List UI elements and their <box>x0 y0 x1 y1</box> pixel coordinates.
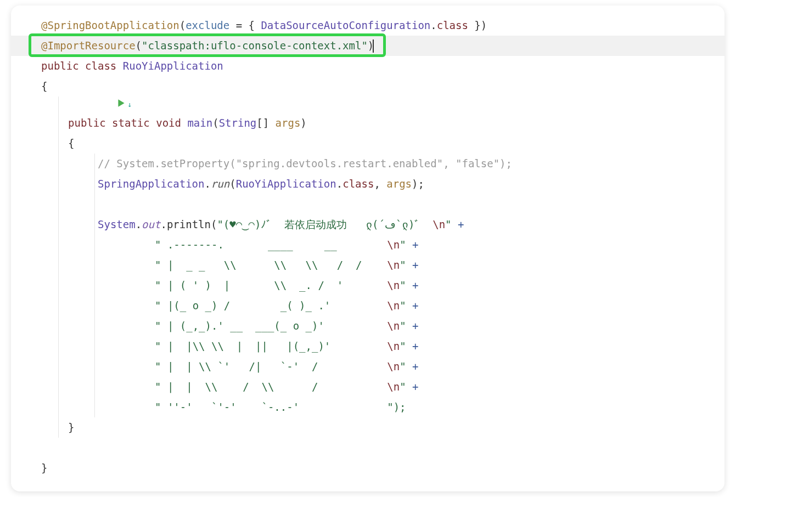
string-literal: " | (_,_).' __ ___(_ o _)' <box>155 316 387 336</box>
annotation: @ImportResource <box>41 36 136 56</box>
arg: args <box>386 174 412 194</box>
op-plus: + <box>406 255 419 275</box>
string-literal: " .-------. ____ __ <box>155 235 387 255</box>
punct: . <box>336 174 343 194</box>
brace: } <box>41 458 47 478</box>
punct: . <box>136 214 142 235</box>
brace: { <box>68 133 74 154</box>
code-line[interactable]: } <box>11 458 725 478</box>
code-line[interactable]: // System.setProperty("spring.devtools.r… <box>11 154 725 174</box>
escape-seq: \n <box>387 356 400 377</box>
punct: . <box>430 15 436 36</box>
punct: ( <box>211 214 217 235</box>
string-literal: " <box>400 356 406 377</box>
string-literal: " | | \\ `' /| `-' / <box>155 356 387 377</box>
escape-seq: \n <box>387 235 400 255</box>
code-line[interactable]: @SpringBootApplication(exclude = { DataS… <box>11 15 725 36</box>
string-literal: " <box>400 377 406 397</box>
code-line[interactable]: public class RuoYiApplication <box>11 56 725 76</box>
brace: } <box>68 417 74 438</box>
punct: }) <box>468 15 487 36</box>
method-call: println <box>167 214 211 235</box>
string-literal: " | ( ' ) | \\ _. / ' <box>155 275 387 296</box>
punct: . <box>160 214 166 235</box>
op-plus: + <box>452 214 464 235</box>
string-literal: " |(_ o _) / _( )_ .' <box>155 296 387 316</box>
code-line[interactable]: " | | \\ / \\ / \n" + <box>11 377 725 397</box>
code-line-gutter[interactable]: ↓ <box>11 97 725 113</box>
code-line[interactable]: SpringApplication.run(RuoYiApplication.c… <box>11 174 725 194</box>
punct: , <box>374 174 386 194</box>
punct: ) <box>300 113 306 133</box>
class-ref: DataSourceAutoConfiguration <box>261 15 430 36</box>
string-literal: " | | \\ / \\ / <box>155 377 387 397</box>
string-literal: " | _ _ \\ \\ \\ / / <box>155 255 387 275</box>
comment: // System.setProperty("spring.devtools.r… <box>98 154 512 174</box>
keyword: public <box>68 113 106 133</box>
text-cursor <box>373 39 374 53</box>
code-line[interactable]: " |(_ o _) / _( )_ .' \n" + <box>11 296 725 316</box>
escape-seq: \n <box>433 214 445 235</box>
escape-seq: \n <box>387 316 400 336</box>
download-icon[interactable]: ↓ <box>128 98 132 111</box>
punct: ( <box>229 174 235 194</box>
param-name: exclude <box>186 15 229 36</box>
op-plus: + <box>406 377 419 397</box>
svg-marker-0 <box>118 100 124 107</box>
string-literal: " <box>400 336 406 356</box>
string-literal: " <box>400 275 406 296</box>
code-editor[interactable]: @SpringBootApplication(exclude = { DataS… <box>11 5 725 491</box>
string-literal: "(♥◠‿◠)ﾉﾞ 若依启动成功 ლ(´ڡ`ლ)ﾞ <box>217 214 433 235</box>
string-literal: " <box>400 316 406 336</box>
keyword-class: class <box>437 15 468 36</box>
ascii-art-block: " .-------. ____ __ \n" +" | _ _ \\ \\ \… <box>11 235 725 417</box>
escape-seq: \n <box>387 275 400 296</box>
keyword: class <box>85 56 116 76</box>
keyword: class <box>343 174 374 194</box>
code-line[interactable]: " | ( ' ) | \\ _. / ' \n" + <box>11 275 725 296</box>
escape-seq: \n <box>387 296 400 316</box>
string-literal: "classpath:uflo-console-context.xml" <box>142 36 368 56</box>
string-literal: " <box>400 255 406 275</box>
string-literal: " ''-' `'-' `-..-' "); <box>155 397 406 417</box>
code-line-blank[interactable] <box>11 194 725 214</box>
op-plus: + <box>406 296 419 316</box>
type: String <box>219 113 257 133</box>
code-line-highlighted[interactable]: @ImportResource("classpath:uflo-console-… <box>11 36 725 56</box>
brace: { <box>41 76 47 97</box>
code-line[interactable]: " | (_,_).' __ ___(_ o _)' \n" + <box>11 316 725 336</box>
code-line-blank[interactable] <box>11 438 725 458</box>
code-line[interactable]: System.out.println("(♥◠‿◠)ﾉﾞ 若依启动成功 ლ(´ڡ… <box>11 214 725 235</box>
op-plus: + <box>406 275 419 296</box>
string-literal: " | |\\ \\ | || |(_,_)' <box>155 336 387 356</box>
keyword: void <box>156 113 181 133</box>
code-line[interactable]: " .-------. ____ __ \n" + <box>11 235 725 255</box>
escape-seq: \n <box>387 255 400 275</box>
punct: [] <box>256 113 275 133</box>
code-line[interactable]: " ''-' `'-' `-..-' "); <box>11 397 725 417</box>
escape-seq: \n <box>387 377 400 397</box>
code-line[interactable]: " | _ _ \\ \\ \\ / / \n" + <box>11 255 725 275</box>
static-field: out <box>142 214 160 235</box>
code-line[interactable]: " | |\\ \\ | || |(_,_)' \n" + <box>11 336 725 356</box>
param: args <box>276 113 301 133</box>
string-literal: " <box>400 296 406 316</box>
code-line[interactable]: { <box>11 133 725 154</box>
code-line[interactable]: } <box>11 417 725 438</box>
class-ref: SpringApplication <box>98 174 204 194</box>
punct: ( <box>212 113 218 133</box>
method-name: main <box>187 113 212 133</box>
class-name: RuoYiApplication <box>123 56 223 76</box>
keyword: public <box>41 56 79 76</box>
string-literal: " <box>445 214 451 235</box>
op-plus: + <box>406 316 419 336</box>
annotation: @SpringBootApplication <box>41 15 179 36</box>
code-line[interactable]: public static void main(String[] args) <box>11 113 725 133</box>
escape-seq: \n <box>387 336 400 356</box>
code-line[interactable]: " | | \\ `' /| `-' / \n" + <box>11 356 725 377</box>
punct: ); <box>412 174 424 194</box>
keyword: static <box>112 113 150 133</box>
punct: = { <box>229 15 261 36</box>
class-ref: RuoYiApplication <box>236 174 336 194</box>
string-literal: " <box>400 235 406 255</box>
